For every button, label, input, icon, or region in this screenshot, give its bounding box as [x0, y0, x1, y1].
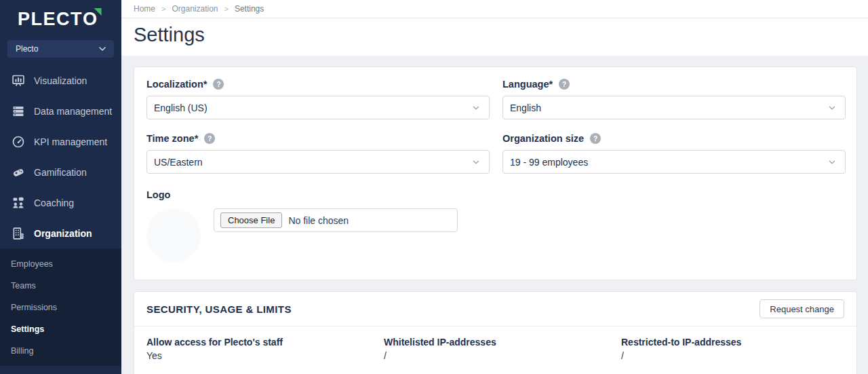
organization-selector[interactable]: Plecto	[7, 40, 114, 58]
help-icon[interactable]: ?	[590, 133, 601, 144]
form-grid: Localization* ? English (US) Language* ?…	[146, 79, 844, 187]
sidebar-item-organization[interactable]: Organization	[0, 218, 121, 248]
language-select[interactable]: English	[502, 96, 846, 119]
chevron-down-icon	[829, 105, 835, 111]
localization-label: Localization*	[146, 79, 207, 90]
page-header: Settings	[121, 18, 868, 56]
sidebar-item-visualization[interactable]: Visualization	[0, 65, 121, 96]
gamification-icon	[11, 165, 25, 179]
security-card: SECURITY, USAGE & LIMITS Request change …	[134, 291, 857, 374]
sidebar-item-kpi-management[interactable]: KPI management	[0, 126, 121, 157]
staff-access-label: Allow access for Plecto's staff	[146, 337, 384, 348]
submenu-item-label: Employees	[11, 259, 53, 269]
general-settings-card: Localization* ? English (US) Language* ?…	[134, 67, 857, 280]
submenu-item-teams[interactable]: Teams	[0, 275, 121, 297]
submenu-item-billing[interactable]: Billing	[0, 340, 121, 362]
submenu-item-label: Settings	[11, 324, 44, 334]
plecto-logo: PLECTO	[18, 9, 106, 29]
logo-file-input[interactable]: Choose File No file chosen	[214, 208, 458, 232]
field-organization-size: Organization size ? 19 - 99 employees	[502, 133, 846, 174]
breadcrumb-home[interactable]: Home	[134, 4, 155, 14]
chevron-down-icon	[99, 45, 106, 52]
organization-submenu: Employees Teams Permissions Settings Bil…	[0, 248, 121, 366]
timezone-label: Time zone*	[146, 133, 198, 144]
breadcrumb-separator: >	[224, 5, 229, 13]
timezone-select[interactable]: US/Eastern	[146, 150, 490, 174]
submenu-item-employees[interactable]: Employees	[0, 253, 121, 275]
sidebar-item-label: KPI management	[34, 136, 107, 147]
logo-text: PLECT	[18, 9, 83, 29]
page-title: Settings	[134, 24, 868, 46]
language-label: Language*	[502, 79, 553, 90]
help-icon[interactable]: ?	[204, 133, 215, 144]
security-fields: Allow access for Plecto's staff Yes Whit…	[134, 326, 856, 361]
submenu-item-label: Billing	[11, 346, 33, 356]
organization-icon	[11, 226, 25, 240]
chevron-down-icon	[473, 159, 479, 166]
organization-size-value: 19 - 99 employees	[510, 157, 588, 168]
breadcrumb-separator: >	[161, 5, 165, 13]
sidebar-item-label: Visualization	[34, 75, 87, 86]
help-icon[interactable]: ?	[559, 79, 570, 90]
kpi-management-icon	[11, 134, 25, 149]
breadcrumb: Home > Organization > Settings	[121, 0, 868, 18]
help-icon[interactable]: ?	[213, 79, 224, 90]
file-status-text: No file chosen	[288, 215, 349, 226]
sidebar: PLECTO Plecto Visualization Data managem…	[0, 0, 121, 374]
logo-o: O	[83, 9, 98, 29]
sidebar-item-gamification[interactable]: Gamification	[0, 157, 121, 187]
field-localization: Localization* ? English (US)	[146, 79, 490, 119]
logo-preview-circle	[146, 208, 201, 263]
choose-file-button[interactable]: Choose File	[220, 212, 282, 228]
field-timezone: Time zone* ? US/Eastern	[146, 133, 490, 174]
data-management-icon	[11, 104, 25, 118]
staff-access-value: Yes	[146, 350, 384, 361]
security-section-title: SECURITY, USAGE & LIMITS	[146, 303, 292, 315]
timezone-value: US/Eastern	[154, 157, 203, 168]
restricted-ip-label: Restricted-to IP-addresses	[621, 337, 844, 348]
breadcrumb-organization[interactable]: Organization	[172, 4, 218, 14]
localization-value: English (US)	[154, 102, 208, 113]
submenu-item-label: Permissions	[11, 303, 57, 312]
whitelisted-ip-value: /	[384, 350, 621, 361]
sidebar-item-label: Data management	[34, 106, 112, 117]
field-language: Language* ? English	[502, 79, 846, 119]
sidebar-item-label: Gamification	[34, 167, 87, 178]
security-field-restricted-ip: Restricted-to IP-addresses /	[621, 337, 844, 361]
whitelisted-ip-label: Whitelisted IP-addresses	[384, 337, 621, 348]
organization-size-label: Organization size	[502, 133, 584, 144]
organization-size-select[interactable]: 19 - 99 employees	[502, 150, 846, 174]
sidebar-item-label: Organization	[34, 228, 92, 239]
logo-label: Logo	[146, 189, 170, 200]
sidebar-item-coaching[interactable]: Coaching	[0, 187, 121, 218]
sidebar-item-label: Coaching	[34, 198, 74, 208]
localization-select[interactable]: English (US)	[146, 96, 490, 119]
settings-main: Localization* ? English (US) Language* ?…	[121, 56, 868, 374]
security-field-whitelisted-ip: Whitelisted IP-addresses /	[384, 337, 621, 361]
logo-upload-section: Logo Choose File No file chosen	[146, 189, 844, 263]
chevron-down-icon	[473, 105, 479, 111]
sidebar-item-data-management[interactable]: Data management	[0, 96, 121, 126]
restricted-ip-value: /	[621, 350, 844, 361]
request-change-button[interactable]: Request change	[760, 299, 844, 318]
submenu-item-label: Teams	[11, 281, 36, 291]
security-header: SECURITY, USAGE & LIMITS Request change	[134, 292, 856, 326]
sidebar-menu: Visualization Data management KPI manage…	[0, 65, 121, 248]
breadcrumb-settings: Settings	[235, 4, 264, 14]
coaching-icon	[11, 195, 25, 210]
visualization-icon	[11, 73, 25, 88]
organization-selector-value: Plecto	[16, 44, 38, 54]
chevron-down-icon	[829, 159, 835, 166]
main-content: Home > Organization > Settings Settings …	[121, 0, 868, 374]
submenu-item-permissions[interactable]: Permissions	[0, 297, 121, 318]
language-value: English	[510, 102, 541, 113]
submenu-item-settings[interactable]: Settings	[0, 318, 121, 340]
security-field-staff-access: Allow access for Plecto's staff Yes	[146, 337, 384, 361]
